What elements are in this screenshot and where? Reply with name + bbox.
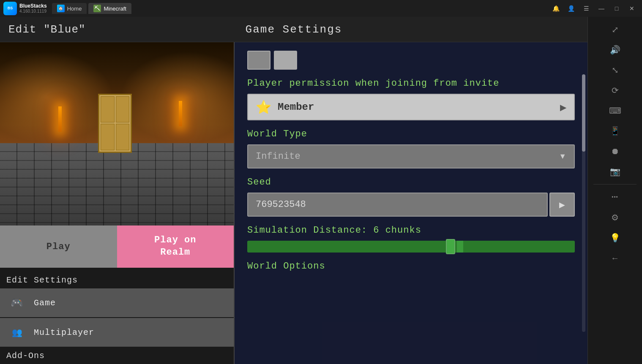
member-dropdown[interactable]: ⭐ Member ▶ [247,94,575,120]
scroll-thumb[interactable] [582,74,585,152]
simulation-slider-container[interactable] [247,241,575,253]
settings-item-game[interactable]: 🎮 Game [0,288,234,317]
simulation-label: Simulation Distance: 6 chunks [247,225,575,236]
left-panel: Edit "Blue" Game Settings [0,17,587,364]
simulation-slider-thumb[interactable] [446,239,455,254]
toggle-part-2[interactable] [274,51,297,70]
chevron-down-icon: ▼ [559,152,566,161]
toggle-row[interactable] [247,51,575,70]
world-panel: Play Play on Realm Edit Settings 🎮 Game … [0,42,235,364]
keyboard-icon[interactable]: ⌨ [606,101,624,120]
content-row: Play Play on Realm Edit Settings 🎮 Game … [0,42,587,364]
maximize-button[interactable]: □ [610,3,623,14]
edit-title: Edit "Blue" [8,23,86,36]
torch-right [179,101,182,126]
star-icon: ⭐ [256,100,271,114]
record-icon[interactable]: ⏺ [606,142,624,160]
back-icon[interactable]: ← [606,249,624,267]
seed-label: Seed [247,177,575,187]
button-row: Play Play on Realm [0,225,234,268]
more-icon[interactable]: ••• [606,188,624,206]
seed-input[interactable]: 769523548 [247,193,548,217]
game-label: Game [34,298,56,308]
titlebar: BS BlueStacks 4.160.10.1119 🏠 Home ⛏ Min… [0,0,642,17]
scroll-indicator[interactable] [582,74,585,332]
toggle-part-1[interactable] [247,51,270,70]
game-icon: 🎮 [6,294,27,311]
stone-wall [0,143,234,225]
multiplayer-label: Multiplayer [34,328,94,337]
bell-button[interactable]: 🔔 [549,3,563,14]
camera-icon[interactable]: 📷 [606,162,624,181]
right-sidebar: ⤢ 🔊 ⤡ ⟳ ⌨ 📱 ⏺ 📷 ••• ⚙ 💡 ← [587,17,642,364]
game-settings-title: Game Settings [246,23,342,36]
edit-settings-title: Edit Settings [0,272,234,288]
seed-row: 769523548 ▶ [247,193,575,217]
minimize-button[interactable]: — [595,3,608,14]
world-type-dropdown[interactable]: Infinite ▼ [247,144,575,168]
chevron-right-icon: ▶ [560,102,566,112]
door [98,94,132,153]
titlebar-left: BS BlueStacks 4.160.10.1119 🏠 Home ⛏ Min… [3,2,131,15]
permission-label: Player permission when joining from invi… [247,78,575,89]
menu-button[interactable]: ☰ [579,3,593,14]
home-tab-icon: 🏠 [57,5,65,12]
door-panel-br [116,124,130,150]
edit-settings: Edit Settings 🎮 Game 👥 Multiplayer [0,268,234,348]
header-bar: Edit "Blue" Game Settings [0,17,587,42]
world-options-label: World Options [247,261,575,272]
door-panel-bl [101,124,115,150]
world-type-value: Infinite [256,151,559,162]
tab-home[interactable]: 🏠 Home [52,3,87,14]
tab-minecraft[interactable]: ⛏ Minecraft [88,3,131,14]
bluestacks-logo: BS [3,2,17,15]
home-tab-label: Home [67,5,82,12]
expand-icon[interactable]: ⤢ [606,20,624,39]
torch-left [58,106,62,132]
door-panel-tl [101,96,115,123]
door-panel-tr [116,96,130,123]
multiplayer-icon: 👥 [6,324,27,341]
light-icon[interactable]: 💡 [606,228,624,247]
sound-icon[interactable]: 🔊 [606,41,624,59]
world-preview [0,42,234,225]
minecraft-tab-label: Minecraft [104,5,126,12]
world-type-label: World Type [247,129,575,139]
add-ons-title: Add-Ons [0,348,234,364]
sidebar-divider [593,184,637,185]
game-settings-panel: Player permission when joining from invi… [235,42,587,364]
bluestacks-title: BlueStacks 4.160.10.1119 [19,3,47,14]
close-button[interactable]: ✕ [625,3,639,14]
rotate-icon[interactable]: ⟳ [606,81,624,100]
profile-button[interactable]: 👤 [564,3,578,14]
settings-icon[interactable]: ⚙ [606,208,624,227]
titlebar-controls: 🔔 👤 ☰ — □ ✕ [549,3,639,14]
member-label: Member [278,101,560,113]
device-icon[interactable]: 📱 [606,122,624,140]
play-button[interactable]: Play [0,225,117,268]
resize-icon[interactable]: ⤡ [606,61,624,79]
settings-item-multiplayer[interactable]: 👥 Multiplayer [0,318,234,347]
play-on-realm-button[interactable]: Play on Realm [117,225,234,268]
simulation-slider-track[interactable] [247,241,575,253]
main-area: Edit "Blue" Game Settings [0,17,642,364]
seed-next-button[interactable]: ▶ [549,193,575,217]
minecraft-tab-icon: ⛏ [93,5,101,12]
